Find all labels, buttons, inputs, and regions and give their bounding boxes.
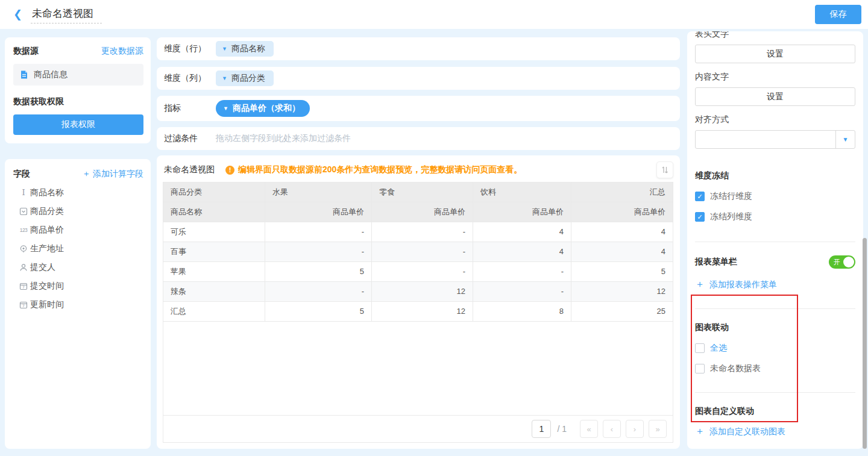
preview-card: 未命名透视图 ! 编辑界面只取数据源前200条作为查询数据预览，完整数据请访问页… [157, 155, 680, 449]
sort-button[interactable] [656, 161, 673, 178]
user-field-icon [17, 263, 30, 272]
preview-warning: ! 编辑界面只取数据源前200条作为查询数据预览，完整数据请访问页面查看。 [225, 164, 522, 175]
add-calculated-field-link[interactable]: ＋ 添加计算字段 [82, 169, 143, 180]
column-subheader[interactable]: 商品单价 [372, 202, 473, 222]
header-text-label: 表头文字 [695, 31, 855, 40]
pivot-table: 商品分类 水果 零食 饮料 汇总 商品名称 商品单价 商品单价 商品单价 商品单… [163, 182, 673, 416]
table-cell: 12 [571, 282, 673, 302]
file-icon [19, 70, 29, 80]
table-cell: - [265, 282, 372, 302]
checkbox-checked-icon: ✓ [695, 192, 705, 201]
col-dimension-bar: 维度（列） ▼商品分类 [157, 67, 680, 90]
next-page-button[interactable]: › [626, 420, 644, 438]
freeze-col-checkbox[interactable]: ✓ 冻结列维度 [695, 211, 855, 222]
page-title[interactable]: 未命名透视图 [31, 5, 102, 23]
header-text-settings-button[interactable]: 设置 [695, 45, 855, 63]
report-permission-button[interactable]: 报表权限 [13, 114, 143, 135]
row-dimension-tag[interactable]: ▼商品名称 [216, 41, 274, 57]
datasource-item[interactable]: 商品信息 [13, 64, 143, 86]
filter-bar[interactable]: 过滤条件 拖动左侧字段到此处来添加过滤条件 [157, 127, 680, 150]
toggle-knob [843, 257, 854, 267]
col-dimension-label: 维度（列） [164, 73, 216, 84]
panel-scrollbar[interactable] [863, 238, 867, 449]
metric-bar: 指标 ▼商品单价（求和） [157, 96, 680, 121]
field-item-product-price[interactable]: 123 商品单价 [13, 220, 143, 239]
plus-icon: ＋ [82, 169, 93, 178]
custom-linkage-title: 图表自定义联动 [695, 406, 855, 417]
field-item-submitter[interactable]: 提交人 [13, 258, 143, 276]
field-item-product-name[interactable]: I 商品名称 [13, 183, 143, 202]
freeze-title: 维度冻结 [695, 170, 855, 181]
table-cell: 4 [473, 242, 571, 262]
metric-tag[interactable]: ▼商品单价（求和） [216, 100, 310, 117]
column-subheader[interactable]: 商品单价 [265, 202, 372, 222]
date-field-icon: 7 [17, 282, 30, 290]
filter-placeholder: 拖动左侧字段到此处来添加过滤条件 [216, 133, 351, 144]
column-header[interactable]: 商品分类 [163, 183, 265, 202]
table-cell: - [372, 262, 473, 282]
content-text-settings-button[interactable]: 设置 [695, 87, 855, 106]
table-cell: 可乐 [163, 222, 265, 242]
select-all-checkbox[interactable]: 全选 [695, 343, 855, 354]
column-header[interactable]: 汇总 [571, 183, 673, 202]
field-list: I 商品名称 商品分类 123 商品单价 生产地址 [13, 183, 143, 314]
field-item-product-category[interactable]: 商品分类 [13, 202, 143, 220]
datasource-title: 数据源 [13, 46, 39, 57]
col-dimension-tag[interactable]: ▼商品分类 [216, 70, 274, 86]
table-cell: 12 [372, 302, 473, 322]
plus-icon: ＋ [695, 278, 705, 291]
topbar: ❮ 未命名透视图 保存 [0, 0, 868, 29]
sort-icon [660, 165, 670, 175]
checkbox-checked-icon: ✓ [695, 212, 705, 222]
add-custom-linkage-link[interactable]: ＋ 添加自定义联动图表 [695, 425, 855, 438]
page-total: / 1 [557, 424, 567, 434]
save-button[interactable]: 保存 [815, 5, 861, 24]
add-report-menu-link[interactable]: ＋ 添加报表操作菜单 [695, 278, 855, 291]
location-field-icon [17, 245, 30, 253]
field-item-submit-time[interactable]: 7 提交时间 [13, 276, 143, 295]
freeze-row-checkbox[interactable]: ✓ 冻结行维度 [695, 191, 855, 202]
change-datasource-link[interactable]: 更改数据源 [101, 46, 143, 57]
table-cell: 汇总 [163, 302, 265, 322]
datasource-panel: 数据源 更改数据源 商品信息 数据获取权限 报表权限 [5, 37, 151, 143]
datasource-item-label: 商品信息 [34, 69, 68, 80]
first-page-button[interactable]: « [580, 420, 598, 438]
table-cell: - [372, 222, 473, 242]
preview-header: 未命名透视图 ! 编辑界面只取数据源前200条作为查询数据预览，完整数据请访问页… [163, 161, 673, 182]
left-sidebar: 数据源 更改数据源 商品信息 数据获取权限 报表权限 字段 ＋ 添加计算字段 I… [5, 37, 151, 449]
fields-panel: 字段 ＋ 添加计算字段 I 商品名称 商品分类 123 商品单价 [5, 159, 151, 449]
row-dimension-bar: 维度（行） ▼商品名称 [157, 37, 680, 60]
plus-icon: ＋ [695, 425, 705, 438]
column-subheader[interactable]: 商品单价 [473, 202, 571, 222]
table-cell: 苹果 [163, 262, 265, 282]
column-header[interactable]: 饮料 [473, 183, 571, 202]
align-label: 对齐方式 [695, 114, 855, 125]
permission-title: 数据获取权限 [13, 96, 143, 107]
pivot-table-grid: 商品分类 水果 零食 饮料 汇总 商品名称 商品单价 商品单价 商品单价 商品单… [163, 183, 673, 322]
table-cell: 4 [473, 222, 571, 242]
column-header[interactable]: 零食 [372, 183, 473, 202]
report-menu-title: 报表菜单栏 [695, 257, 737, 267]
align-select[interactable]: ▼ [695, 130, 855, 149]
back-icon[interactable]: ❮ [13, 8, 22, 21]
page-number-input[interactable] [532, 420, 551, 438]
highlight-annotation-box [691, 295, 798, 422]
field-item-update-time[interactable]: 7 更新时间 [13, 295, 143, 314]
dataset-checkbox[interactable]: 未命名数据表 [695, 363, 855, 374]
table-cell: 25 [571, 302, 673, 322]
table-cell: - [265, 242, 372, 262]
column-subheader[interactable]: 商品单价 [571, 202, 673, 222]
report-menu-toggle[interactable]: 开 [829, 255, 855, 269]
svg-text:7: 7 [22, 304, 25, 308]
checkbox-unchecked-icon [695, 364, 705, 373]
prev-page-button[interactable]: ‹ [603, 420, 621, 438]
column-subheader[interactable]: 商品名称 [163, 202, 265, 222]
column-header[interactable]: 水果 [265, 183, 372, 202]
field-item-production-address[interactable]: 生产地址 [13, 239, 143, 258]
table-cell: - [473, 262, 571, 282]
svg-text:7: 7 [22, 285, 25, 289]
select-field-icon [17, 207, 30, 216]
last-page-button[interactable]: » [649, 420, 667, 438]
preview-title: 未命名透视图 [164, 164, 215, 175]
number-field-icon: 123 [17, 227, 30, 233]
